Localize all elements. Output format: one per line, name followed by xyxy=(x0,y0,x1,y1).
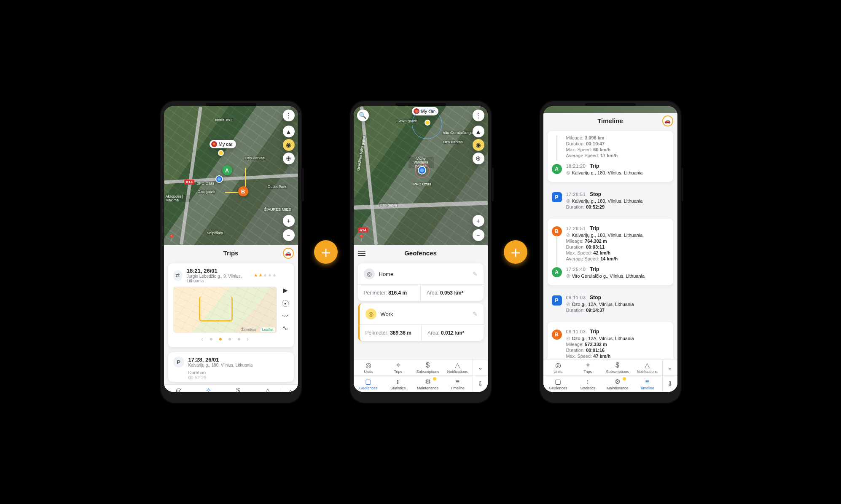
duration-label: Duration xyxy=(188,370,206,375)
timeline-card: P 17:28:51Stop Kalvarijų g., 180, Vilniu… xyxy=(548,185,673,216)
units-icon: ◎ xyxy=(365,362,371,369)
nav-trips[interactable]: ✧Trips xyxy=(193,385,223,392)
compass-icon[interactable]: ▲ xyxy=(283,126,295,137)
nav-geofences[interactable]: ▢Geofences xyxy=(543,376,573,392)
nav-timeline[interactable]: ≡Timeline xyxy=(632,376,662,392)
timeline-item[interactable]: P 08:11:03Stop Ozo g., 12A, Vilnius, Lit… xyxy=(548,292,668,315)
mycar-label: My car xyxy=(219,142,233,147)
geofence-name: Home xyxy=(379,271,394,277)
nav-trips[interactable]: ✧Trips xyxy=(383,359,413,375)
parking-icon: P xyxy=(173,357,184,367)
edit-icon[interactable]: ✎ xyxy=(473,271,478,277)
nav-toggle-icon[interactable]: ⇩ xyxy=(473,376,488,392)
location-icon[interactable]: ◉ xyxy=(283,139,295,151)
trip-card[interactable]: ⇄ 18:21, 26/01 Jurgio Lebedžio g., 9, Vi… xyxy=(168,263,294,347)
maintenance-icon: ⚙ xyxy=(425,378,431,385)
route-line xyxy=(225,168,246,193)
map-label: Lvovo gatvė xyxy=(396,119,418,123)
map-label: Akropolis | Maxima xyxy=(165,195,190,202)
pager-dots[interactable]: ‹ › xyxy=(173,333,277,343)
nav-units[interactable]: ◎Units xyxy=(354,359,384,375)
marker-a-icon: A xyxy=(552,164,562,174)
bottom-nav: ◎Units✧Trips$Subscriptions△Notifications… xyxy=(543,359,677,392)
center-icon[interactable]: ⊕ xyxy=(473,153,484,164)
geofence-name: Work xyxy=(381,311,393,317)
pin-icon[interactable]: 📍 xyxy=(168,234,175,241)
marker-current xyxy=(215,175,223,183)
nav-toggle-icon[interactable]: ⇩ xyxy=(662,376,677,392)
zoom-out-icon[interactable]: － xyxy=(283,229,295,241)
event-time: 17:25:40 xyxy=(566,267,586,272)
nav-timeline[interactable]: ≡Timeline xyxy=(443,376,473,392)
nav-statistics[interactable]: ⫾Statistics xyxy=(573,376,603,392)
nav-units[interactable]: ◎Units xyxy=(543,359,573,375)
nav-notifications[interactable]: △Notifications xyxy=(253,385,283,392)
nav-toggle-icon[interactable]: ⌃ xyxy=(283,385,298,392)
menu-icon[interactable] xyxy=(358,251,365,256)
timeline-item[interactable]: A 17:25:40Trip Vito Gerulaičio g., Vilni… xyxy=(548,264,668,281)
trip-card-stop[interactable]: P 17:28, 26/01 Kalvarijų g., 180, Vilniu… xyxy=(168,352,294,382)
map-label: Ozo Parkas xyxy=(244,156,266,160)
marker-b-icon: B xyxy=(552,226,562,236)
geofence-card[interactable]: ◎ Work ✎ Perimeter: 389.36 m Area: 0.012… xyxy=(358,303,484,341)
nav-notifications[interactable]: △Notifications xyxy=(443,359,473,375)
timeline-item[interactable]: B 17:28:51Trip Kalvarijų g., 180, Vilniu… xyxy=(548,223,668,264)
edit-icon[interactable]: ✎ xyxy=(473,311,478,317)
geofence-circle-home xyxy=(412,109,442,139)
geofence-card[interactable]: ◎ Home ✎ Perimeter: 816.4 m Area: 0.053 … xyxy=(358,263,484,301)
notifications-icon: △ xyxy=(645,362,650,369)
nav-maintenance[interactable]: ⚙Maintenance xyxy=(413,376,443,392)
compass-icon[interactable]: ▲ xyxy=(473,126,484,137)
units-icon: ◎ xyxy=(555,362,561,369)
nav-units[interactable]: ◎Units xyxy=(164,385,194,392)
marker-b-icon: B xyxy=(552,330,562,340)
unit-chip-icon[interactable]: 🚗 xyxy=(283,248,294,259)
zoom-out-icon[interactable]: － xyxy=(473,229,484,241)
notifications-icon: △ xyxy=(455,362,460,369)
pin-icon[interactable]: 📍 xyxy=(358,234,365,241)
prev-icon[interactable]: ‹ xyxy=(202,336,203,342)
nav-subscriptions[interactable]: $Subscriptions xyxy=(223,385,253,392)
map[interactable]: Norfa XXL Ozo Parkas BPC Ozas Akropolis … xyxy=(164,106,298,245)
graph-icon[interactable]: 〰 xyxy=(282,313,288,320)
unit-chip-icon[interactable]: 🚗 xyxy=(662,115,673,126)
timeline-item[interactable]: P 17:28:51Stop Kalvarijų g., 180, Vilniu… xyxy=(548,189,668,212)
event-location: Kalvarijų g., 180, Vilnius, Lithuania xyxy=(566,170,643,175)
mycar-chip[interactable]: My car xyxy=(210,140,236,148)
stage: Norfa XXL Ozo Parkas BPC Ozas Akropolis … xyxy=(150,83,692,421)
nav-trips[interactable]: ✧Trips xyxy=(573,359,603,375)
target-icon[interactable]: ● xyxy=(282,300,289,307)
center-icon[interactable]: ⊕ xyxy=(283,153,295,164)
map[interactable]: Geležinio Vilko gatvė Ozo gatvė Ozo Park… xyxy=(354,106,488,245)
trip-rating: ★★★★★ xyxy=(254,273,277,278)
nav-toggle-icon[interactable]: ⌄ xyxy=(662,359,677,375)
nav-toggle-icon[interactable]: ⌄ xyxy=(473,359,488,375)
marker-a-icon: A xyxy=(552,267,562,277)
timeline-icon: ≡ xyxy=(456,378,459,385)
nav-statistics[interactable]: ⫾Statistics xyxy=(383,376,413,392)
nav-subscriptions[interactable]: $Subscriptions xyxy=(603,359,633,375)
panel-title: Geofences xyxy=(404,249,437,257)
nav-notifications[interactable]: △Notifications xyxy=(632,359,662,375)
more-icon[interactable]: ⋮ xyxy=(473,110,484,121)
plus-separator-icon: ＋ xyxy=(314,240,338,264)
geofence-area: Area: 0.053 km² xyxy=(420,285,484,301)
next-icon[interactable]: › xyxy=(247,336,249,342)
trip-minimap[interactable]: Žirmūnai Leaflet xyxy=(173,287,277,333)
timeline-item[interactable]: B 08:11:03Trip Ozo g., 12A, Vilnius, Lit… xyxy=(548,326,668,359)
timeline-item[interactable]: A 18:21:20Trip Kalvarijų g., 180, Vilniu… xyxy=(548,161,668,178)
location-icon[interactable]: ◉ xyxy=(473,139,484,151)
play-icon[interactable]: ▶ xyxy=(283,287,288,294)
more-icon[interactable]: ⋮ xyxy=(283,110,295,121)
ab-icon[interactable]: AB xyxy=(283,326,287,330)
marker-current xyxy=(418,166,426,174)
search-icon[interactable]: 🔍 xyxy=(357,110,369,121)
zoom-in-icon[interactable]: ＋ xyxy=(473,215,484,227)
mycar-chip[interactable]: My car xyxy=(412,107,438,115)
map-label: Šnipiškės xyxy=(206,231,224,235)
zoom-in-icon[interactable]: ＋ xyxy=(283,215,295,227)
nav-maintenance[interactable]: ⚙Maintenance xyxy=(603,376,633,392)
nav-subscriptions[interactable]: $Subscriptions xyxy=(413,359,443,375)
event-location: Kalvarijų g., 180, Vilnius, Lithuania xyxy=(566,232,643,238)
nav-geofences[interactable]: ▢Geofences xyxy=(354,376,384,392)
